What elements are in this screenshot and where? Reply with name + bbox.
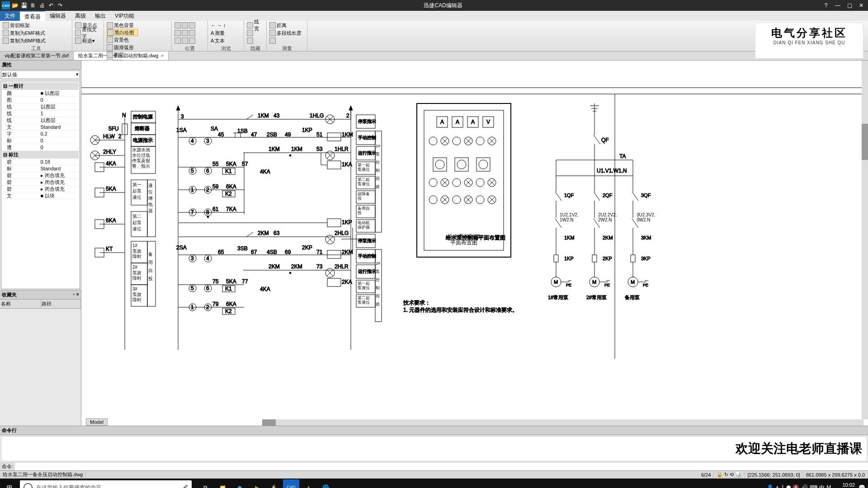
tray-icon[interactable]: ⬢	[786, 484, 791, 488]
svg-text:M: M	[631, 279, 635, 285]
taskbar-search[interactable]: 在这里输入你要搜索的内容 🎤	[20, 480, 192, 488]
clip-frame[interactable]: 剪切框架	[3, 22, 69, 29]
layers[interactable]: 图层	[107, 51, 138, 58]
tab-file[interactable]: 文件	[0, 11, 20, 21]
undo-icon[interactable]: ↶	[47, 1, 55, 9]
distance[interactable]: 距离	[269, 22, 304, 29]
close-icon[interactable]: ✕	[857, 2, 865, 9]
tab-adv[interactable]: 高级	[71, 11, 90, 21]
svg-text:1KP: 1KP	[302, 127, 312, 133]
drawing-canvas[interactable]: N 5FU HLW2 2HLY 4KA 5KA	[81, 61, 868, 426]
prop-group-dim[interactable]: ⊟ 标注	[2, 151, 79, 159]
hide-2[interactable]	[247, 37, 264, 44]
hide-1[interactable]	[247, 29, 264, 37]
svg-point-246	[476, 196, 484, 204]
svg-text:2KP: 2KP	[603, 256, 612, 261]
properties-title: 属性	[0, 61, 81, 70]
svg-text:65: 65	[218, 249, 224, 255]
svg-line-301	[632, 192, 638, 201]
tray-icon[interactable]: 👤	[767, 484, 774, 488]
polyline-len[interactable]: 多段线长度	[269, 29, 304, 37]
props-default-combo[interactable]: 默认值▾	[1, 70, 80, 79]
status-icons[interactable]: 🔒 ↻ ⟲ 📊	[714, 472, 745, 478]
pos-2[interactable]	[175, 29, 205, 37]
model-tab[interactable]: Model	[86, 418, 108, 426]
redo-icon[interactable]: ↷	[56, 1, 64, 9]
command-input[interactable]	[15, 463, 868, 470]
ribbon: 剪切框架 复制为EMF格式 复制为BMP格式 工具 显示点 查找文字 框选▾ 黑…	[0, 21, 868, 52]
search-placeholder: 在这里输入你要搜索的内容	[36, 484, 101, 488]
text[interactable]: A 文本	[211, 37, 241, 44]
tray-icon[interactable]: ᛒ	[781, 484, 784, 488]
svg-text:1KP: 1KP	[564, 256, 574, 261]
smooth-arc[interactable]: 圆滑弧形	[107, 44, 138, 51]
lineweight[interactable]: 线宽	[247, 22, 264, 29]
svg-text:75: 75	[212, 278, 219, 285]
pos-3[interactable]	[175, 37, 205, 44]
svg-text:电源指示: 电源指示	[133, 137, 153, 143]
bw-draw[interactable]: 黑白绘图	[107, 29, 138, 36]
command-log[interactable]: 欢迎关注电老师直播课	[1, 436, 867, 461]
maximize-icon[interactable]: ▢	[845, 2, 854, 9]
copy-emf[interactable]: 复制为EMF格式	[3, 29, 69, 37]
tab-output[interactable]: 输出	[90, 11, 110, 21]
copy-bmp[interactable]: 复制为BMP格式	[3, 37, 69, 44]
app-b-icon[interactable]: 🌐	[317, 479, 334, 488]
properties-tree[interactable]: ⊟ 一般讨 颜■ 以图层图0线以图层线1线以图层文Standard字0.2标0透…	[1, 81, 80, 289]
taskbar-clock[interactable]: 10:02 2019/5/6	[835, 482, 855, 488]
taskview-icon[interactable]: ⧉	[197, 479, 213, 488]
measure[interactable]: A 测量	[211, 29, 241, 37]
open-icon[interactable]: 📂	[11, 1, 19, 9]
tab-vip[interactable]: VIP功能	[110, 11, 139, 21]
player-icon[interactable]: ▶	[249, 479, 265, 488]
fav-col-path[interactable]: 路径	[41, 300, 81, 308]
pos-1[interactable]	[175, 22, 205, 29]
svg-text:61: 61	[212, 206, 219, 212]
find-text[interactable]: 查找文字	[75, 29, 101, 37]
svg-text:1KM: 1KM	[258, 113, 269, 119]
start-button[interactable]: ⊞	[0, 479, 18, 488]
svg-text:5KA: 5KA	[226, 278, 236, 285]
svg-text:5KA: 5KA	[106, 186, 116, 192]
nav-arrows[interactable]: ← → ↕	[211, 22, 241, 29]
doctab-1[interactable]: vip配套课程第二章第一节.dxf	[0, 52, 74, 60]
browser-icon[interactable]: ◉	[231, 479, 248, 488]
help-icon[interactable]: ?	[822, 2, 830, 9]
tray-icon[interactable]: ⌨	[810, 484, 817, 488]
box-select[interactable]: 框选▾	[75, 37, 101, 44]
explorer-icon[interactable]: 📁	[214, 479, 231, 488]
black-bg[interactable]: 黑色背景	[107, 22, 138, 29]
tray-icon[interactable]: 🔊	[801, 484, 808, 488]
qq-icon[interactable]: 🐧	[266, 479, 282, 488]
fav-col-name[interactable]: 名称	[0, 300, 41, 308]
titlebar: CAD 📂 💾 🗎 🖨 ↶ ↷ 迅捷CAD编辑器 ? — ▢ ✕	[0, 0, 868, 11]
h-scrollbar[interactable]	[262, 419, 863, 426]
tab-view[interactable]: 查看器	[20, 11, 45, 21]
tray-icon[interactable]: 中	[819, 484, 825, 488]
svg-text:3KP: 3KP	[641, 256, 651, 261]
svg-text:73: 73	[316, 263, 323, 270]
tray-icon[interactable]: M	[826, 484, 831, 488]
bg-color[interactable]: 背景色	[107, 36, 138, 43]
saveall-icon[interactable]: 🗎	[29, 1, 37, 9]
minimize-icon[interactable]: —	[834, 2, 842, 9]
tray-icon[interactable]: ∧	[775, 484, 779, 488]
mic-icon[interactable]: 🎤	[181, 484, 188, 488]
m3[interactable]	[269, 37, 304, 44]
tab-edit[interactable]: 编辑器	[45, 11, 71, 21]
svg-text:63: 63	[274, 230, 280, 236]
svg-text:技术要求：: 技术要求：	[403, 300, 430, 306]
print-icon[interactable]: 🖨	[38, 1, 46, 9]
svg-text:3: 3	[191, 255, 194, 262]
tray-icon[interactable]: 🔇	[793, 484, 799, 488]
save-icon[interactable]: 💾	[20, 1, 28, 9]
notifications-icon[interactable]: 💬	[859, 484, 865, 488]
app-a-icon[interactable]: ◭	[300, 479, 316, 488]
prop-group-general[interactable]: ⊟ 一般讨	[2, 82, 79, 90]
svg-text:6: 6	[206, 285, 209, 291]
cad-app-icon[interactable]: CAD	[283, 479, 299, 488]
svg-text:1#常用泵: 1#常用泵	[548, 295, 568, 300]
svg-text:79: 79	[212, 301, 219, 307]
svg-text:6: 6	[206, 168, 209, 174]
v-scrollbar[interactable]	[862, 61, 868, 419]
